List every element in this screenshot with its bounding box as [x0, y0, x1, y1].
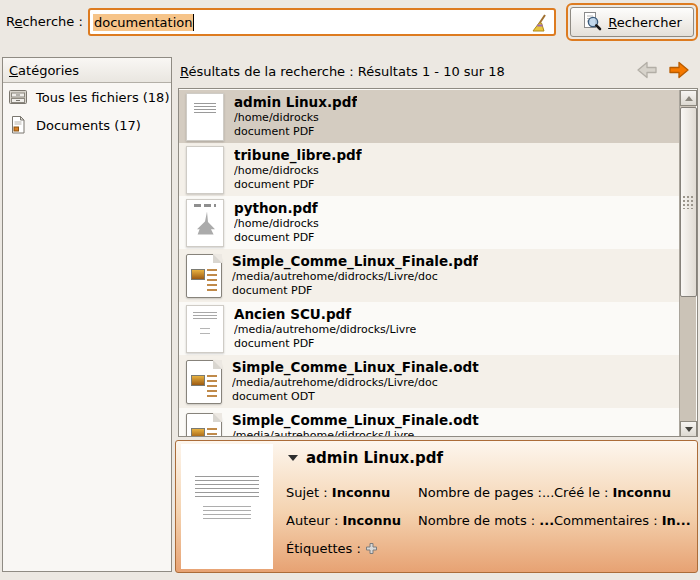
- meta-label: Créé le :: [554, 485, 613, 500]
- file-type: document PDF: [234, 231, 319, 245]
- meta-label: Nombre de mots :: [418, 513, 539, 528]
- result-row-text: tribune_libre.pdf /home/didrocks documen…: [234, 147, 362, 192]
- vertical-scrollbar[interactable]: [679, 90, 696, 437]
- folded-corner: [213, 360, 222, 369]
- result-row[interactable]: Ancien SCU.pdf /media/autrehome/didrocks…: [179, 302, 679, 355]
- file-name: Simple_Comme_Linux_Finale.pdf: [232, 253, 478, 270]
- result-row-text: Simple_Comme_Linux_Finale.odt /media/aut…: [232, 359, 479, 404]
- search-query-selected-text: documentation: [93, 14, 194, 31]
- file-name: admin Linux.pdf: [234, 94, 357, 111]
- result-row-text: python.pdf /home/didrocks document PDF: [234, 200, 319, 245]
- file-preview-panel: admin Linux.pdf Sujet : InconnuNombre de…: [175, 440, 698, 573]
- file-thumbnail-icon: [186, 146, 224, 194]
- file-path: /home/didrocks: [234, 111, 357, 125]
- file-type: document ODT: [232, 390, 479, 404]
- file-thumbnail-icon: [186, 254, 222, 298]
- preview-thumbnail: [181, 444, 273, 569]
- results-list: admin Linux.pdf /home/didrocks document …: [178, 88, 698, 437]
- meta-field: Nombre de mots : ...: [418, 513, 554, 528]
- folded-corner: [213, 413, 222, 422]
- thumbnail-image: [191, 269, 205, 280]
- file-type: document PDF: [232, 284, 478, 298]
- scrollbar-thumb[interactable]: [680, 107, 697, 297]
- search-input[interactable]: documentation: [88, 8, 556, 36]
- result-row-text: Ancien SCU.pdf /media/autrehome/didrocks…: [234, 306, 416, 351]
- result-row-text: Simple_Comme_Linux_Finale.odt /media/aut…: [232, 412, 479, 437]
- scroll-up-button[interactable]: [680, 90, 697, 106]
- result-row[interactable]: admin Linux.pdf /home/didrocks document …: [179, 90, 679, 143]
- file-path: /media/autrehome/didrocks/Livre/doc: [232, 270, 478, 284]
- category-item[interactable]: Tous les fichiers (18): [3, 83, 171, 111]
- meta-field: Commentaires : In...: [554, 513, 693, 528]
- down-arrow-icon: [685, 427, 693, 432]
- file-thumbnail-icon: [186, 413, 222, 438]
- file-thumbnail-icon: [186, 199, 224, 247]
- preview-title[interactable]: admin Linux.pdf: [288, 449, 443, 467]
- file-path: /home/didrocks: [234, 164, 362, 178]
- meta-value: ...: [539, 513, 554, 528]
- search-tool-window: Recherche : documentation: [0, 0, 700, 580]
- tags-field: Étiquettes :: [286, 541, 418, 558]
- result-row[interactable]: tribune_libre.pdf /home/didrocks documen…: [179, 143, 679, 196]
- meta-value: Inconnu: [613, 485, 672, 500]
- scroll-down-button[interactable]: [680, 421, 697, 437]
- meta-label: Auteur :: [286, 513, 342, 528]
- categories-header[interactable]: Catégories: [3, 58, 171, 83]
- result-row[interactable]: Simple_Comme_Linux_Finale.odt /media/aut…: [179, 355, 679, 408]
- preview-file-name: admin Linux.pdf: [306, 449, 443, 467]
- forward-arrow-icon[interactable]: [666, 59, 692, 81]
- up-arrow-icon: [685, 96, 693, 101]
- thumbnail-lines: [207, 428, 217, 438]
- file-thumbnail-icon: [186, 360, 222, 404]
- meta-field: Auteur : Inconnu: [286, 513, 418, 528]
- file-path: /media/autrehome/didrocks/Livre: [232, 429, 479, 437]
- search-label: Recherche :: [6, 14, 83, 29]
- back-arrow-icon[interactable]: [634, 59, 660, 81]
- category-label: Tous les fichiers (18): [36, 90, 169, 105]
- category-item[interactable]: Documents (17): [3, 111, 171, 139]
- meta-field: Nombre de pages :...: [418, 485, 554, 500]
- file-name: Simple_Comme_Linux_Finale.odt: [232, 412, 479, 429]
- thumbnail-image: [191, 428, 205, 438]
- meta-value: In...: [662, 513, 691, 528]
- thumbnail-lines: [207, 375, 217, 399]
- result-row[interactable]: python.pdf /home/didrocks document PDF: [179, 196, 679, 249]
- result-row-text: admin Linux.pdf /home/didrocks document …: [234, 94, 357, 139]
- category-label: Documents (17): [36, 118, 141, 133]
- plus-icon[interactable]: [365, 543, 378, 558]
- search-button-label: Rechercher: [608, 15, 682, 30]
- find-icon: [582, 11, 602, 34]
- file-name: Simple_Comme_Linux_Finale.odt: [232, 359, 479, 376]
- thumbnail-lines: [207, 269, 217, 293]
- file-type: document PDF: [234, 178, 362, 192]
- meta-value: Inconnu: [342, 513, 401, 528]
- search-button[interactable]: Rechercher: [570, 7, 694, 37]
- document-icon: [8, 115, 28, 135]
- result-row-text: Simple_Comme_Linux_Finale.pdf /media/aut…: [232, 253, 478, 298]
- meta-field: Sujet : Inconnu: [286, 485, 418, 500]
- tags-label: Étiquettes :: [286, 541, 365, 556]
- file-type: document PDF: [234, 125, 357, 139]
- file-path: /media/autrehome/didrocks/Livre/doc: [232, 376, 479, 390]
- file-name: Ancien SCU.pdf: [234, 306, 416, 323]
- result-row[interactable]: Simple_Comme_Linux_Finale.pdf /media/aut…: [179, 249, 679, 302]
- search-button-focus-ring: Rechercher: [566, 3, 698, 41]
- result-row[interactable]: Simple_Comme_Linux_Finale.odt /media/aut…: [179, 408, 679, 437]
- meta-label: Commentaires :: [554, 513, 662, 528]
- meta-label: Sujet :: [286, 485, 332, 500]
- thumbnail-image: [191, 375, 205, 386]
- file-name: tribune_libre.pdf: [234, 147, 362, 164]
- file-path: /home/didrocks: [234, 217, 319, 231]
- meta-value: Inconnu: [332, 485, 391, 500]
- scrollbar-grip: [683, 196, 694, 209]
- categories-panel: Catégories Tous les fichiers (18) Docume…: [2, 57, 172, 572]
- file-path: /media/autrehome/didrocks/Livre: [234, 323, 416, 337]
- meta-field: Créé le : Inconnu: [554, 485, 693, 500]
- file-type: document PDF: [234, 337, 416, 351]
- file-thumbnail-icon: [186, 305, 224, 353]
- expander-icon[interactable]: [288, 455, 298, 461]
- broom-icon[interactable]: [529, 13, 549, 33]
- folded-corner: [213, 254, 222, 263]
- results-header-label: Résultats de la recherche : Résultats 1 …: [180, 64, 505, 79]
- file-name: python.pdf: [234, 200, 319, 217]
